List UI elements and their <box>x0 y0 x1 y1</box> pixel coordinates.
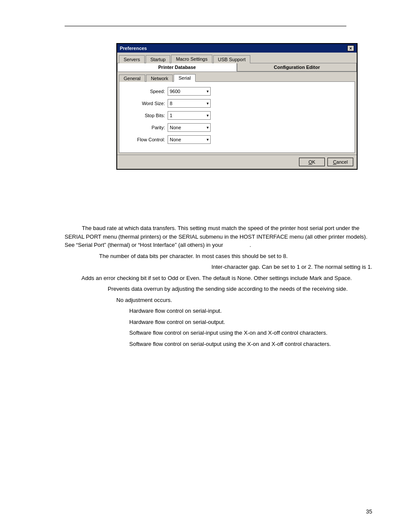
tab-startup[interactable]: Startup <box>146 55 170 63</box>
hw-flow-in-description: Hardware flow control on serial-input. <box>65 307 372 315</box>
dialog-titlebar: Preferences × <box>117 44 357 53</box>
sw-flow-out-description: Software flow control on serial-output u… <box>65 340 372 348</box>
sub-tab-bar: Printer Database Configuration Editor <box>117 63 357 72</box>
ok-button[interactable]: OK <box>299 158 325 166</box>
parity-select-wrapper: None Odd Even Mark Space <box>168 123 211 132</box>
dialog-title: Preferences <box>120 46 147 51</box>
word-size-select[interactable]: 7 8 <box>168 99 211 108</box>
tab-network[interactable]: Network <box>146 75 173 82</box>
parity-select[interactable]: None Odd Even Mark Space <box>168 123 211 132</box>
flow-control-select-wrapper: None Hardware (in) Hardware (out) Softwa… <box>168 135 211 144</box>
flow-control-label: Flow Control: <box>126 137 165 142</box>
tab-usb-support[interactable]: USB Support <box>213 55 250 63</box>
speed-description: The baud rate at which data transfers. T… <box>65 224 372 249</box>
hw-flow-out-description: Hardware flow control on serial-output. <box>65 318 372 327</box>
word-size-label: Word Size: <box>126 101 165 106</box>
flow-control-select[interactable]: None Hardware (in) Hardware (out) Softwa… <box>168 135 211 144</box>
sub-tab-printer-database[interactable]: Printer Database <box>117 63 237 72</box>
tab-general[interactable]: General <box>119 75 145 82</box>
speed-label: Speed: <box>126 89 165 94</box>
word-size-row: Word Size: 7 8 <box>126 99 348 108</box>
tab-serial[interactable]: Serial <box>174 74 195 82</box>
main-tab-bar: Servers Startup Macro Settings USB Suppo… <box>117 53 357 63</box>
dialog-close-button[interactable]: × <box>347 45 354 51</box>
speed-row: Speed: 9600 19200 38400 57600 115200 <box>126 87 348 96</box>
speed-select-wrapper: 9600 19200 38400 57600 115200 <box>168 87 211 96</box>
no-adjustment-description: No adjustment occurs. <box>65 296 372 305</box>
parity-row: Parity: None Odd Even Mark Space <box>126 123 348 132</box>
stop-bits-select[interactable]: 1 2 <box>168 111 211 120</box>
flow-control-row: Flow Control: None Hardware (in) Hardwar… <box>126 135 348 144</box>
word-size-description: The number of data bits per character. I… <box>65 252 372 261</box>
preferences-dialog: Preferences × Servers Startup Macro Sett… <box>116 43 358 170</box>
parity-description: Adds an error checking bit if set to Odd… <box>65 274 372 283</box>
cancel-button[interactable]: Cancel <box>327 158 353 166</box>
form-content: Speed: 9600 19200 38400 57600 115200 Wor… <box>119 81 355 153</box>
tab-macro-settings[interactable]: Macro Settings <box>171 55 212 63</box>
body-text: The baud rate at which data transfers. T… <box>65 224 372 351</box>
stop-bits-select-wrapper: 1 2 <box>168 111 211 120</box>
parity-label: Parity: <box>126 125 165 130</box>
dialog-buttons: OK Cancel <box>117 155 357 169</box>
sub-tab-configuration-editor[interactable]: Configuration Editor <box>237 63 357 72</box>
inner-tab-bar: General Network Serial <box>117 72 357 81</box>
sw-flow-in-description: Software flow control on serial-input us… <box>65 329 372 337</box>
dialog-box: Preferences × Servers Startup Macro Sett… <box>116 43 358 170</box>
word-size-select-wrapper: 7 8 <box>168 99 211 108</box>
stop-bits-description: Inter-character gap. Can be set to 1 or … <box>65 263 372 271</box>
flow-control-description: Prevents data overrun by adjusting the s… <box>65 285 372 293</box>
stop-bits-row: Stop Bits: 1 2 <box>126 111 348 120</box>
speed-select[interactable]: 9600 19200 38400 57600 115200 <box>168 87 211 96</box>
page-number: 35 <box>366 508 372 515</box>
top-rule <box>65 26 346 26</box>
tab-servers[interactable]: Servers <box>119 55 145 63</box>
stop-bits-label: Stop Bits: <box>126 113 165 118</box>
